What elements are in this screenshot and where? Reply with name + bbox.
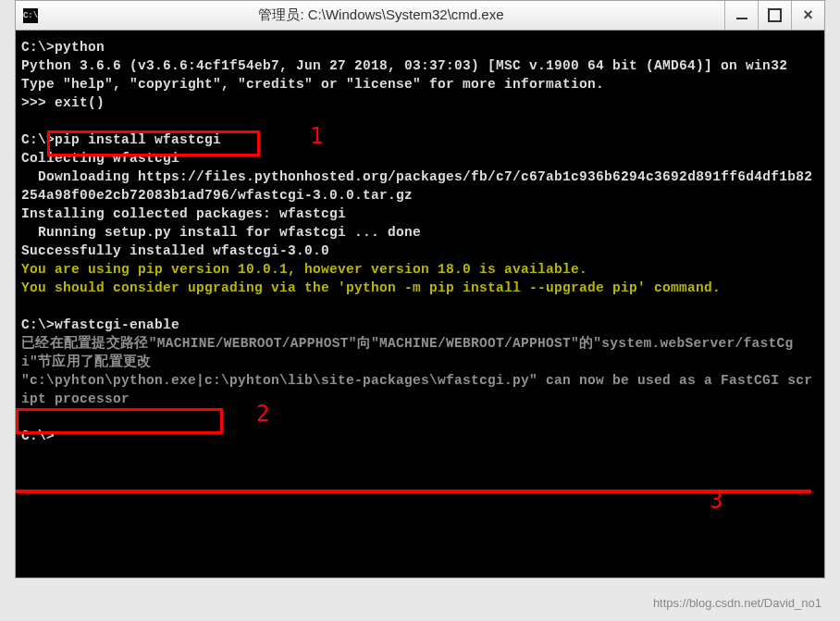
terminal-line: Running setup.py install for wfastcgi ..… (21, 223, 819, 242)
terminal-content: C:\>pythonPython 3.6.6 (v3.6.6:4cf1f54eb… (21, 38, 819, 445)
terminal-line: Python 3.6.6 (v3.6.6:4cf1f54eb7, Jun 27 … (21, 56, 819, 75)
terminal-line: Collecting wfastcgi (21, 149, 819, 168)
terminal-line: Installing collected packages: wfastcgi (21, 205, 819, 223)
terminal-line (21, 297, 819, 316)
terminal-line: C:\>pip install wfastcgi (21, 130, 819, 149)
terminal-area[interactable]: C:\>pythonPython 3.6.6 (v3.6.6:4cf1f54eb… (16, 31, 824, 578)
terminal-line: C:\>wfastcgi-enable (21, 316, 819, 334)
terminal-line: You are using pip version 10.0.1, howeve… (21, 260, 819, 279)
terminal-line: You should consider upgrading via the 'p… (21, 279, 819, 297)
titlebar-buttons: × (724, 1, 824, 30)
window-title: 管理员: C:\Windows\System32\cmd.exe (38, 6, 724, 24)
minimize-button[interactable] (724, 1, 758, 30)
terminal-line: C:\>python (21, 38, 819, 56)
annotation-label-3: 3 (710, 491, 723, 510)
terminal-line (21, 408, 819, 427)
terminal-line: Successfully installed wfastcgi-3.0.0 (21, 242, 819, 260)
annotation-underline-3 (16, 490, 811, 493)
terminal-line: 已经在配置提交路径"MACHINE/WEBROOT/APPHOST"向"MACH… (21, 334, 819, 371)
terminal-line: "c:\pyhton\python.exe|c:\pyhton\lib\site… (21, 371, 819, 408)
maximize-button[interactable] (758, 1, 791, 30)
terminal-line: Downloading https://files.pythonhosted.o… (21, 168, 819, 205)
terminal-line: C:\> (21, 427, 819, 445)
watermark: https://blog.csdn.net/David_no1 (653, 596, 821, 610)
terminal-line: Type "help", "copyright", "credits" or "… (21, 75, 819, 93)
close-button[interactable]: × (791, 1, 824, 30)
cmd-icon: C:\ (23, 8, 38, 23)
titlebar[interactable]: C:\ 管理员: C:\Windows\System32\cmd.exe × (16, 1, 824, 31)
terminal-line: >>> exit() (21, 93, 819, 112)
terminal-line (21, 112, 819, 130)
cmd-window: C:\ 管理员: C:\Windows\System32\cmd.exe × C… (15, 0, 825, 578)
